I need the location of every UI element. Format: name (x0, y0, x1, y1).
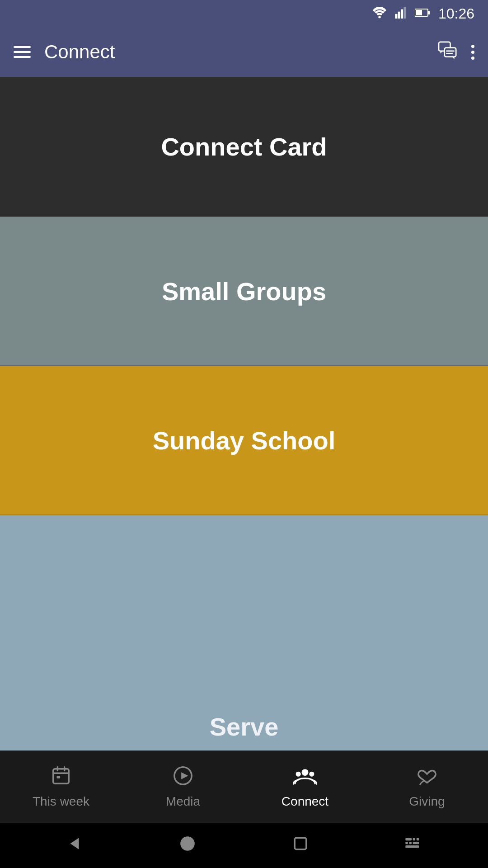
svg-rect-24 (295, 838, 306, 849)
svg-marker-18 (181, 772, 188, 779)
more-options-icon[interactable] (471, 42, 474, 62)
nav-item-this-week[interactable]: This week (0, 761, 122, 813)
chat-icon[interactable] (438, 41, 458, 63)
svg-rect-28 (405, 841, 408, 844)
svg-point-0 (378, 16, 380, 18)
connect-card-title: Connect Card (161, 132, 327, 161)
main-content: Connect Card Small Groups Sunday School … (0, 77, 488, 750)
app-bar-actions (438, 41, 474, 63)
svg-rect-27 (417, 838, 419, 840)
keyboard-button[interactable] (405, 835, 422, 856)
svg-rect-31 (405, 845, 419, 848)
nav-item-connect[interactable]: Connect (244, 761, 366, 813)
small-groups-section[interactable]: Small Groups (0, 217, 488, 366)
svg-rect-26 (413, 838, 415, 840)
home-button[interactable] (179, 835, 196, 856)
connect-label: Connect (282, 794, 328, 809)
battery-icon (415, 7, 430, 20)
svg-rect-25 (405, 838, 412, 840)
app-bar: Connect (0, 27, 488, 77)
sunday-school-title: Sunday School (153, 426, 336, 455)
media-icon (173, 765, 193, 791)
nav-item-giving[interactable]: Giving (366, 761, 488, 813)
svg-rect-6 (416, 10, 422, 15)
connect-card-section[interactable]: Connect Card (0, 77, 488, 217)
signal-icon (395, 6, 407, 22)
this-week-label: This week (33, 794, 89, 809)
svg-rect-12 (53, 769, 69, 783)
back-button[interactable] (66, 835, 83, 856)
giving-icon (417, 765, 437, 791)
svg-rect-2 (398, 11, 400, 18)
svg-point-23 (180, 836, 195, 851)
svg-rect-7 (428, 11, 430, 14)
svg-point-20 (296, 771, 301, 776)
svg-point-21 (309, 771, 314, 776)
svg-rect-1 (395, 14, 397, 18)
sunday-school-section[interactable]: Sunday School (0, 366, 488, 515)
svg-rect-30 (413, 841, 419, 844)
status-time: 10:26 (438, 5, 474, 22)
media-label: Media (166, 794, 200, 809)
svg-marker-22 (70, 838, 79, 849)
wifi-icon (372, 6, 387, 22)
app-bar-title: Connect (44, 41, 424, 63)
recents-button[interactable] (292, 835, 309, 856)
bottom-nav: This week Media Connect (0, 750, 488, 823)
system-nav-bar (0, 823, 488, 868)
small-groups-title: Small Groups (162, 277, 326, 306)
serve-title: Serve (210, 712, 279, 741)
svg-rect-9 (445, 47, 456, 57)
svg-rect-3 (401, 9, 403, 18)
giving-label: Giving (409, 794, 445, 809)
serve-section[interactable]: Serve (0, 515, 488, 750)
menu-button[interactable] (14, 46, 31, 58)
this-week-icon (51, 765, 71, 791)
svg-rect-29 (409, 841, 412, 844)
nav-item-media[interactable]: Media (122, 761, 244, 813)
status-bar: 10:26 (0, 0, 488, 27)
svg-rect-4 (404, 7, 406, 18)
svg-rect-16 (56, 776, 60, 778)
connect-icon (293, 765, 317, 791)
svg-point-19 (302, 769, 309, 776)
